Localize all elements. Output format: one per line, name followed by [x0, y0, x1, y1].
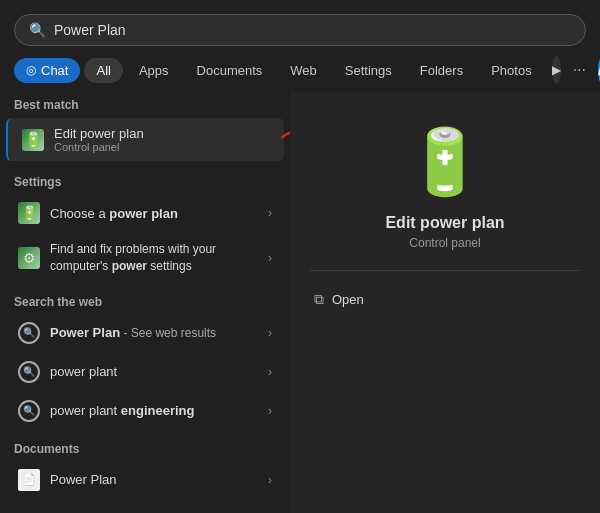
chevron-icon-5: ›	[268, 404, 272, 418]
web-item-1[interactable]: 🔍 Power Plan - See web results ›	[4, 314, 286, 352]
chevron-icon-3: ›	[268, 326, 272, 340]
tab-chat[interactable]: ◎ Chat	[14, 58, 80, 83]
detail-app-icon: 🔋	[405, 122, 485, 202]
tab-photos[interactable]: Photos	[479, 58, 543, 83]
tab-all[interactable]: All	[84, 58, 122, 83]
chat-tab-label: Chat	[41, 63, 68, 78]
tab-folders[interactable]: Folders	[408, 58, 475, 83]
all-tab-label: All	[96, 63, 110, 78]
photos-tab-label: Photos	[491, 63, 531, 78]
apps-tab-label: Apps	[139, 63, 169, 78]
web-item-3[interactable]: 🔍 power plant engineering ›	[4, 392, 286, 430]
web-search-icon-1: 🔍	[18, 322, 40, 344]
web-search-icon-3: 🔍	[18, 400, 40, 422]
right-panel: 🔋 Edit power plan Control panel ⧉ Open	[290, 92, 600, 513]
settings-item-2-text: Find and fix problems with your computer…	[50, 241, 258, 275]
tab-settings[interactable]: Settings	[333, 58, 404, 83]
settings-item-1-text: Choose a power plan	[50, 206, 258, 221]
best-match-item[interactable]: 🔋 Edit power plan Control panel	[6, 118, 284, 161]
folders-tab-label: Folders	[420, 63, 463, 78]
search-input[interactable]	[54, 22, 571, 38]
settings-icon-1: 🔋	[18, 202, 40, 224]
settings-icon-2: ⚙	[18, 247, 40, 269]
web-item-3-text: power plant engineering	[50, 403, 258, 418]
left-panel: Best match 🔋 Edit power plan Control pan…	[0, 92, 290, 513]
chat-tab-icon: ◎	[26, 63, 36, 77]
settings-item-1[interactable]: 🔋 Choose a power plan ›	[4, 194, 286, 232]
detail-divider	[310, 270, 580, 271]
best-match-label: Best match	[0, 92, 290, 116]
search-bar: 🔍	[14, 14, 586, 46]
best-match-title: Edit power plan	[54, 126, 270, 141]
web-item-1-text: Power Plan - See web results	[50, 325, 258, 340]
open-action[interactable]: ⧉ Open	[310, 285, 580, 314]
detail-title: Edit power plan	[385, 214, 504, 232]
settings-item-2[interactable]: ⚙ Find and fix problems with your comput…	[4, 233, 286, 283]
search-icon: 🔍	[29, 22, 46, 38]
documents-section-label: Documents	[0, 436, 290, 460]
web-tab-label: Web	[290, 63, 317, 78]
more-button[interactable]: ···	[565, 56, 594, 84]
open-icon: ⧉	[314, 291, 324, 308]
detail-subtitle: Control panel	[409, 236, 480, 250]
chevron-icon-2: ›	[268, 251, 272, 265]
settings-label: Settings	[0, 169, 290, 193]
web-item-2-text: power plant	[50, 364, 258, 379]
tab-apps[interactable]: Apps	[127, 58, 181, 83]
web-search-icon-2: 🔍	[18, 361, 40, 383]
search-web-label: Search the web	[0, 289, 290, 313]
doc-item-1-text: Power Plan	[50, 472, 258, 487]
documents-tab-label: Documents	[197, 63, 263, 78]
tab-documents[interactable]: Documents	[185, 58, 275, 83]
settings-tab-label: Settings	[345, 63, 392, 78]
chevron-icon-4: ›	[268, 365, 272, 379]
chevron-icon-6: ›	[268, 473, 272, 487]
doc-icon-1: 📄	[18, 469, 40, 491]
best-match-text: Edit power plan Control panel	[54, 126, 270, 153]
main-content: Best match 🔋 Edit power plan Control pan…	[0, 92, 600, 513]
tab-web[interactable]: Web	[278, 58, 329, 83]
open-label: Open	[332, 292, 364, 307]
best-match-icon: 🔋	[22, 129, 44, 151]
red-arrow-annotation	[280, 123, 290, 151]
doc-item-1[interactable]: 📄 Power Plan ›	[4, 461, 286, 499]
web-item-2[interactable]: 🔍 power plant ›	[4, 353, 286, 391]
play-button[interactable]: ▶	[552, 56, 561, 84]
chevron-icon-1: ›	[268, 206, 272, 220]
tab-bar: ◎ Chat All Apps Documents Web Settings F…	[0, 56, 600, 84]
best-match-subtitle: Control panel	[54, 141, 270, 153]
